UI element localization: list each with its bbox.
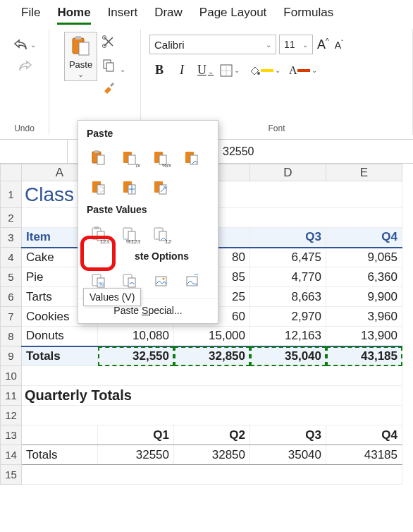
shrink-font-button[interactable]: Aˇ xyxy=(333,39,345,51)
section-title[interactable]: Quarterly Totals xyxy=(22,386,402,406)
paste-options-header: ste Options xyxy=(78,249,218,266)
chevron-down-icon: ⌄ xyxy=(208,68,214,75)
undo-group-label: Undo xyxy=(14,123,35,133)
name-box[interactable] xyxy=(0,140,68,163)
svg-rect-13 xyxy=(97,155,104,164)
italic-button[interactable]: I xyxy=(175,63,189,78)
paste-linked-picture-button[interactable] xyxy=(180,269,204,293)
tab-home[interactable]: Home xyxy=(57,6,90,25)
paste-formulas-formatting-button[interactable]: %fx xyxy=(149,146,173,170)
paste-button[interactable]: Paste ⌄ xyxy=(64,32,97,81)
totals-row[interactable]: 9 Totals 32,550 32,850 35,040 43,185 xyxy=(1,346,402,366)
svg-rect-30 xyxy=(94,226,99,229)
chevron-down-icon: ⌄ xyxy=(30,41,36,49)
tab-draw[interactable]: Draw xyxy=(154,6,183,25)
bucket-icon xyxy=(248,64,261,77)
paste-values-button[interactable]: 123 xyxy=(87,222,111,246)
font-size-select[interactable]: 11 ⌄ xyxy=(279,35,313,54)
svg-point-42 xyxy=(163,278,165,280)
tab-file[interactable]: File xyxy=(21,6,40,25)
paste-keep-source-button[interactable] xyxy=(180,146,204,170)
copy-icon xyxy=(101,58,116,72)
scissors-icon xyxy=(101,35,116,49)
svg-rect-15 xyxy=(128,155,135,164)
font-color-icon: A xyxy=(289,64,297,77)
undo-button[interactable]: ⌄ xyxy=(13,36,37,53)
clipboard-group: Paste ⌄ ⌄ xyxy=(49,29,141,135)
svg-rect-12 xyxy=(94,150,99,153)
row-13[interactable]: 13 Q1 Q2 Q3 Q4 xyxy=(1,425,402,445)
font-name-select[interactable]: Calibri ⌄ xyxy=(149,35,276,54)
color-swatch xyxy=(297,69,310,72)
chevron-down-icon: ⌄ xyxy=(234,66,240,74)
borders-icon xyxy=(220,64,233,77)
copy-button[interactable]: ⌄ xyxy=(101,58,125,74)
fill-color-button[interactable]: ⌄ xyxy=(248,64,281,77)
font-group-label: Font xyxy=(268,123,285,133)
underline-button[interactable]: U⌄ xyxy=(197,63,211,78)
paintbrush-icon xyxy=(101,81,116,95)
paste-keep-widths-button[interactable] xyxy=(118,176,142,200)
row-11[interactable]: 11 Quarterly Totals xyxy=(1,386,402,406)
svg-rect-41 xyxy=(156,277,166,286)
svg-rect-19 xyxy=(190,155,197,164)
undo-group: ⌄ Undo xyxy=(0,29,49,135)
chevron-down-icon: ⌄ xyxy=(275,66,281,74)
tab-page-layout[interactable]: Page Layout xyxy=(199,6,266,25)
chevron-down-icon[interactable]: ⌄ xyxy=(78,70,84,79)
svg-point-10 xyxy=(257,72,260,75)
chevron-down-icon: ⌄ xyxy=(266,41,271,49)
fill-swatch xyxy=(261,69,273,72)
paste-values-number-formatting-button[interactable]: %123 xyxy=(118,222,142,246)
svg-rect-1 xyxy=(75,36,81,40)
tab-formulas[interactable]: Formulas xyxy=(283,6,333,25)
paste-no-borders-button[interactable] xyxy=(87,176,111,200)
redo-button[interactable] xyxy=(13,57,37,74)
chevron-down-icon: ⌄ xyxy=(120,66,125,73)
ribbon-tabs: File Home Insert Draw Page Layout Formul… xyxy=(0,0,413,29)
svg-text:%: % xyxy=(99,281,104,287)
paste-formulas-button[interactable]: fx xyxy=(118,146,142,170)
bold-button[interactable]: B xyxy=(152,63,166,78)
tab-insert[interactable]: Insert xyxy=(108,6,138,25)
col-header[interactable]: E xyxy=(326,164,402,181)
paste-transpose-button[interactable] xyxy=(149,176,173,200)
font-color-button[interactable]: A ⌄ xyxy=(289,64,317,77)
table-row[interactable]: 8 Donuts 10,080 15,00012,16313,900 xyxy=(1,327,402,346)
header-q4[interactable]: Q4 xyxy=(326,228,402,248)
tooltip: Values (V) xyxy=(83,288,141,306)
col-header[interactable]: D xyxy=(250,164,326,181)
font-group: Calibri ⌄ 11 ⌄ A^ Aˇ B I U⌄ ⌄ xyxy=(141,29,413,135)
paste-values-source-formatting-button[interactable]: 12 xyxy=(149,222,173,246)
borders-button[interactable]: ⌄ xyxy=(220,64,240,77)
format-painter-button[interactable] xyxy=(101,81,125,97)
header-q3[interactable]: Q3 xyxy=(250,228,326,248)
svg-rect-6 xyxy=(106,63,113,71)
paste-menu-header: Paste xyxy=(78,126,218,143)
paste-label: Paste xyxy=(69,59,92,70)
row-14[interactable]: 14 Totals 32550 32850 35040 43185 xyxy=(1,445,402,465)
paste-values-header: Paste Values xyxy=(78,202,218,219)
svg-rect-2 xyxy=(79,42,89,55)
cut-button[interactable] xyxy=(101,35,125,51)
font-size-value: 11 xyxy=(284,39,295,50)
paste-picture-button[interactable] xyxy=(149,269,173,293)
chevron-down-icon: ⌄ xyxy=(302,41,308,49)
clipboard-icon xyxy=(70,35,92,58)
paste-all-button[interactable] xyxy=(87,146,111,170)
font-name-value: Calibri xyxy=(154,39,185,51)
chevron-down-icon: ⌄ xyxy=(312,66,317,74)
grow-font-button[interactable]: A^ xyxy=(316,37,331,52)
select-all-corner[interactable] xyxy=(1,164,22,181)
